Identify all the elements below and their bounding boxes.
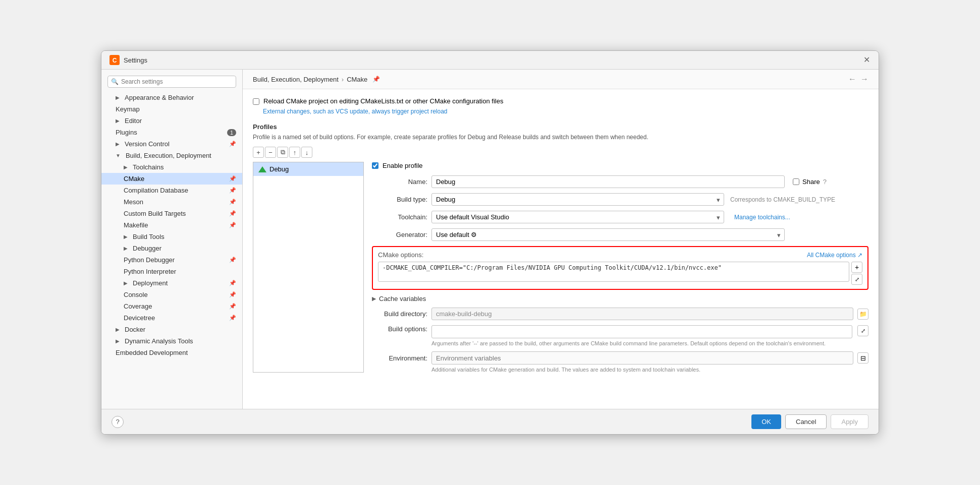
cache-variables-row[interactable]: ▶ Cache variables — [372, 295, 868, 302]
environment-input[interactable] — [431, 351, 853, 365]
expand-arrow-dynamic: ▶ — [116, 338, 120, 344]
sidebar-item-debugger-left: ▶ Debugger — [124, 245, 161, 252]
sidebar-item-cmake[interactable]: CMake 📌 — [101, 173, 242, 185]
footer-buttons: OK Cancel Apply — [751, 414, 868, 429]
add-profile-button[interactable]: + — [253, 147, 264, 158]
search-input[interactable] — [107, 76, 236, 88]
help-button[interactable]: ? — [112, 416, 124, 428]
nav-back[interactable]: ← — [848, 75, 856, 84]
sidebar-item-meson-left: Meson — [124, 198, 143, 206]
sidebar-item-docker[interactable]: ▶ Docker — [101, 324, 242, 335]
sidebar-item-deployment[interactable]: ▶ Deployment 📌 — [101, 277, 242, 289]
sidebar-item-build-exec[interactable]: ▼ Build, Execution, Deployment — [101, 150, 242, 161]
apply-button[interactable]: Apply — [831, 414, 868, 429]
sidebar-item-keymap[interactable]: Keymap — [101, 103, 242, 115]
share-checkbox[interactable] — [793, 178, 799, 185]
nav-forward[interactable]: → — [860, 75, 868, 84]
toolchain-select-wrapper: Use default Visual Studio — [431, 211, 724, 223]
build-type-hint: Corresponds to CMAKE_BUILD_TYPE — [730, 196, 835, 203]
sidebar-item-compilation-db[interactable]: Compilation Database 📌 — [101, 185, 242, 196]
build-dir-input[interactable] — [431, 308, 853, 320]
toolchain-select[interactable]: Use default Visual Studio — [431, 211, 724, 223]
deployment-pin-icon: 📌 — [229, 280, 236, 286]
generator-row: Generator: Use default ⚙ — [372, 228, 868, 241]
share-help-icon: ? — [823, 178, 827, 186]
sidebar-label-custom-build: Custom Build Targets — [124, 210, 186, 217]
sidebar-item-plugins-left: Plugins — [116, 129, 137, 136]
build-type-select[interactable]: Debug Release RelWithDebInfo — [431, 193, 724, 206]
sidebar-item-appearance[interactable]: ▶ Appearance & Behavior — [101, 92, 242, 103]
sidebar-item-custom-build[interactable]: Custom Build Targets 📌 — [101, 208, 242, 219]
sidebar-label-build-tools: Build Tools — [133, 233, 165, 240]
build-dir-label: Build directory: — [372, 310, 427, 318]
sidebar-item-coverage[interactable]: Coverage 📌 — [101, 300, 242, 312]
build-type-label: Build type: — [372, 196, 427, 203]
sidebar-label-debugger: Debugger — [133, 245, 161, 252]
build-type-row: Build type: Debug Release RelWithDebInfo… — [372, 193, 868, 206]
cmake-options-add-button[interactable]: + — [851, 262, 862, 273]
profiles-area: Debug Enable profile Name: — [253, 162, 868, 373]
sidebar-label-vc: Version Control — [125, 140, 170, 148]
reload-checkbox[interactable] — [253, 98, 259, 105]
environment-edit-button[interactable]: ⊟ — [857, 352, 868, 363]
cmake-options-textarea[interactable]: -DCMAKE_CUDA_COMPILER="C:/Program Files/… — [378, 262, 849, 282]
profile-list-item-debug[interactable]: Debug — [253, 162, 363, 176]
move-up-profile-button[interactable]: ↑ — [289, 147, 300, 158]
expand-arrow-build: ▼ — [116, 153, 121, 158]
close-button[interactable]: ✕ — [862, 56, 870, 64]
search-box: 🔍 — [107, 76, 236, 88]
sidebar-item-meson[interactable]: Meson 📌 — [101, 196, 242, 208]
sidebar-item-appearance-left: ▶ Appearance & Behavior — [116, 94, 194, 101]
reload-checkbox-row: Reload CMake project on editing CMakeLis… — [253, 97, 868, 105]
ok-button[interactable]: OK — [751, 414, 781, 429]
sidebar-item-python-interpreter[interactable]: Python Interpreter — [101, 266, 242, 277]
svg-text:C: C — [113, 57, 117, 64]
cancel-button[interactable]: Cancel — [785, 414, 827, 429]
generator-select[interactable]: Use default ⚙ — [431, 228, 785, 241]
build-dir-browse-button[interactable]: 📁 — [857, 309, 868, 320]
move-down-profile-button[interactable]: ↓ — [301, 147, 312, 158]
sidebar-item-makefile-left: Makefile — [124, 221, 148, 229]
sidebar-label-python-interp: Python Interpreter — [124, 268, 176, 275]
cache-variables-label: Cache variables — [379, 295, 426, 302]
enable-profile-checkbox[interactable] — [372, 162, 378, 169]
sidebar-item-version-control[interactable]: ▶ Version Control 📌 — [101, 138, 242, 150]
sidebar-item-docker-left: ▶ Docker — [116, 326, 145, 333]
cmake-options-expand-button[interactable]: ⤢ — [851, 274, 862, 285]
sidebar-label-embedded: Embedded Development — [116, 349, 188, 356]
expand-arrow-toolchains: ▶ — [124, 164, 128, 170]
sidebar-label-coverage: Coverage — [124, 302, 152, 310]
share-row: Share ? — [793, 178, 827, 186]
sidebar-item-keymap-left: Keymap — [116, 105, 140, 113]
sidebar-item-dynamic-analysis[interactable]: ▶ Dynamic Analysis Tools — [101, 335, 242, 347]
environment-label: Environment: — [372, 354, 427, 362]
build-options-input[interactable] — [431, 325, 852, 338]
remove-profile-button[interactable]: − — [265, 147, 276, 158]
makefile-pin-icon: 📌 — [229, 222, 236, 228]
sidebar-label-plugins: Plugins — [116, 129, 137, 136]
sidebar-item-makefile[interactable]: Makefile 📌 — [101, 219, 242, 231]
sidebar-item-debugger[interactable]: ▶ Debugger — [101, 242, 242, 254]
sidebar-item-console[interactable]: Console 📌 — [101, 289, 242, 300]
sidebar-item-plugins[interactable]: Plugins 1 — [101, 127, 242, 138]
expand-arrow-docker: ▶ — [116, 327, 120, 332]
cmake-pin-icon: 📌 — [229, 175, 236, 182]
name-label: Name: — [372, 178, 427, 186]
sidebar-item-toolchains[interactable]: ▶ Toolchains — [101, 161, 242, 173]
sidebar-item-build-tools[interactable]: ▶ Build Tools — [101, 231, 242, 242]
sidebar-label-dynamic: Dynamic Analysis Tools — [125, 337, 193, 345]
search-icon: 🔍 — [111, 78, 119, 85]
profile-details: Enable profile Name: Share ? — [372, 162, 868, 373]
sidebar-item-python-debugger[interactable]: Python Debugger 📌 — [101, 254, 242, 266]
sidebar-item-devicetree[interactable]: Devicetree 📌 — [101, 312, 242, 324]
sidebar-item-editor[interactable]: ▶ Editor — [101, 115, 242, 127]
share-label: Share — [802, 178, 820, 186]
sidebar-item-embedded[interactable]: Embedded Development — [101, 347, 242, 358]
name-input[interactable] — [431, 175, 785, 188]
build-options-hint: Arguments after '--' are passed to the b… — [431, 340, 868, 346]
copy-profile-button[interactable]: ⧉ — [277, 147, 288, 158]
manage-toolchains-link[interactable]: Manage toolchains... — [734, 214, 790, 221]
build-options-expand-button[interactable]: ⤢ — [857, 325, 868, 336]
all-cmake-link[interactable]: All CMake options ↗ — [807, 252, 862, 259]
sidebar-label-build-exec: Build, Execution, Deployment — [126, 152, 211, 159]
